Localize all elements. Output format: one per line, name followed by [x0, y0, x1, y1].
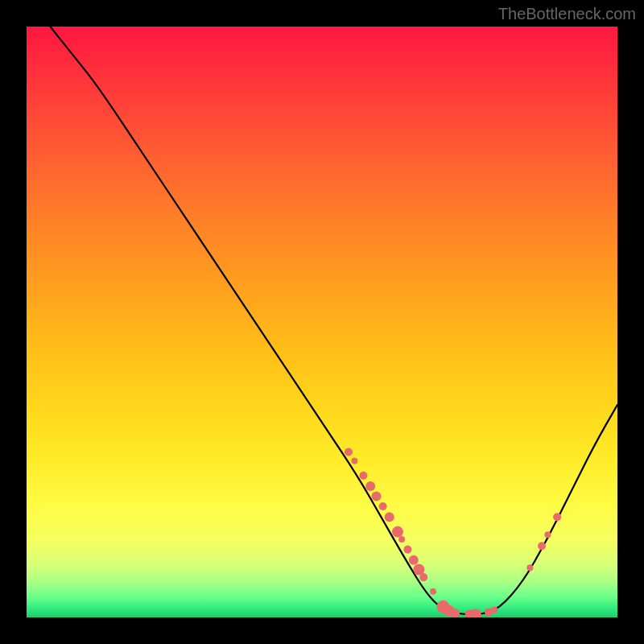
data-marker — [430, 588, 436, 595]
data-marker — [526, 564, 533, 571]
watermark-text: TheBottleneck.com — [498, 5, 636, 23]
data-marker — [544, 531, 551, 538]
data-marker — [398, 536, 405, 543]
data-marker — [538, 542, 546, 550]
data-marker — [419, 573, 427, 581]
data-marker — [385, 512, 394, 522]
data-marker — [351, 458, 357, 464]
data-marker — [403, 546, 411, 554]
chart-svg — [27, 27, 617, 617]
data-marker — [491, 607, 497, 613]
chart-plot-area — [27, 27, 617, 617]
data-marker — [379, 502, 387, 510]
data-marker — [372, 492, 382, 502]
data-markers — [345, 448, 561, 618]
data-marker — [345, 448, 353, 456]
bottleneck-curve — [50, 27, 617, 614]
data-marker — [365, 481, 375, 491]
data-marker — [392, 526, 403, 538]
data-marker — [553, 513, 561, 521]
data-marker — [409, 555, 419, 565]
data-marker — [359, 472, 367, 480]
